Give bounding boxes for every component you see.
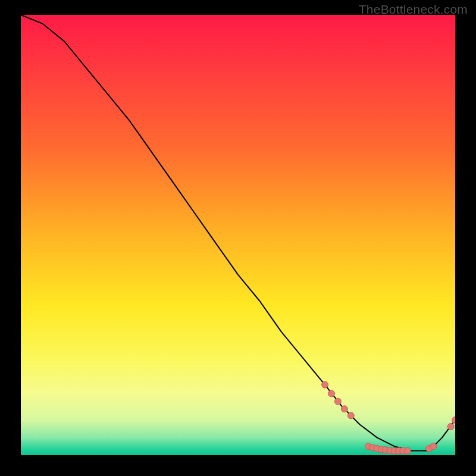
curve-marker [347, 412, 354, 419]
bottleneck-curve-path [21, 15, 455, 451]
curve-marker [452, 416, 456, 423]
curve-marker [334, 398, 341, 405]
curve-marker [328, 390, 334, 397]
curve-marker [430, 443, 437, 450]
curve-layer [21, 15, 455, 455]
curve-marker [341, 406, 347, 412]
chart-stage: TheBottleneck.com [0, 0, 476, 476]
curve-marker [322, 381, 328, 388]
curve-marker [404, 447, 411, 454]
curve-marker [447, 423, 454, 430]
plot-area [21, 15, 455, 455]
